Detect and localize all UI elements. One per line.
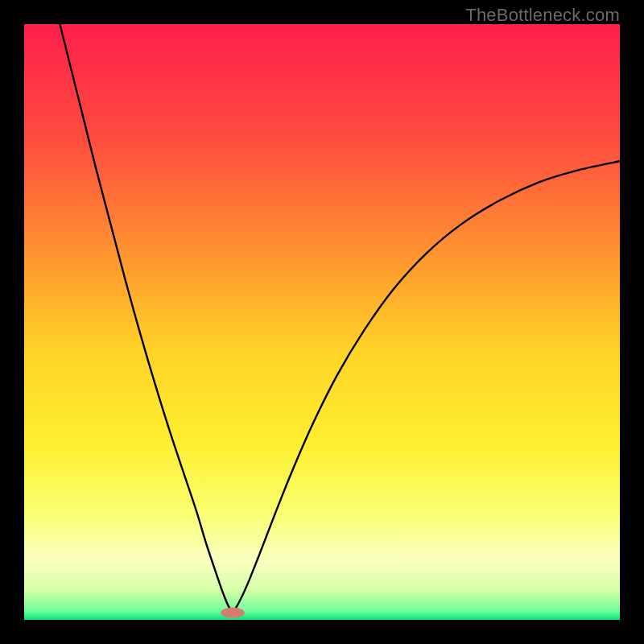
gradient-background [24, 24, 620, 620]
watermark-text: TheBottleneck.com [465, 5, 620, 26]
plot-area [24, 24, 620, 620]
marker-group [221, 607, 245, 617]
chart-svg [24, 24, 620, 620]
chart-frame: TheBottleneck.com [0, 0, 644, 644]
min-marker [221, 607, 245, 617]
